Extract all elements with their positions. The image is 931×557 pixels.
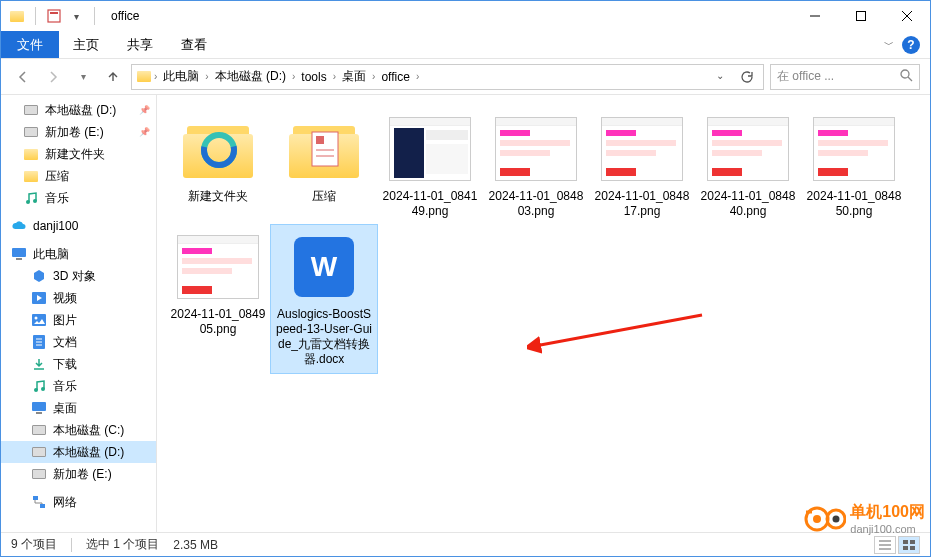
folder-icon bbox=[281, 113, 367, 185]
watermark: 单机100网 danji100.com bbox=[804, 502, 925, 535]
sidebar-item[interactable]: 文档 bbox=[1, 331, 156, 353]
tab-file[interactable]: 文件 bbox=[1, 31, 59, 58]
file-item[interactable]: 2024-11-01_084149.png bbox=[377, 107, 483, 225]
file-label: 压缩 bbox=[312, 189, 336, 204]
svg-rect-21 bbox=[32, 402, 46, 411]
disk-icon bbox=[31, 422, 47, 438]
svg-rect-3 bbox=[857, 12, 866, 21]
sidebar-item[interactable]: 视频 bbox=[1, 287, 156, 309]
svg-point-14 bbox=[35, 317, 38, 320]
sidebar-item[interactable]: 本地磁盘 (D:) bbox=[1, 99, 156, 121]
sidebar-item[interactable]: 下载 bbox=[1, 353, 156, 375]
pc-icon bbox=[11, 246, 27, 262]
sidebar-item-label: 本地磁盘 (C:) bbox=[53, 422, 124, 439]
maximize-button[interactable] bbox=[838, 1, 884, 31]
nav-forward-button[interactable] bbox=[41, 65, 65, 89]
sidebar-item[interactable]: 音乐 bbox=[1, 375, 156, 397]
sidebar-item[interactable]: 音乐 bbox=[1, 187, 156, 209]
breadcrumb-item[interactable]: office bbox=[377, 65, 413, 89]
sidebar-item-label: 新建文件夹 bbox=[45, 146, 105, 163]
file-label: 2024-11-01_084817.png bbox=[593, 189, 691, 219]
tab-share[interactable]: 共享 bbox=[113, 31, 167, 58]
sidebar-item[interactable]: 新加卷 (E:) bbox=[1, 121, 156, 143]
qat-dropdown-icon[interactable]: ▾ bbox=[68, 8, 84, 24]
sidebar-item[interactable]: 图片 bbox=[1, 309, 156, 331]
sidebar-item-network[interactable]: 网络 bbox=[1, 491, 156, 513]
svg-rect-11 bbox=[16, 258, 22, 260]
file-label: 2024-11-01_084149.png bbox=[381, 189, 479, 219]
qat-properties-icon[interactable] bbox=[46, 8, 62, 24]
sidebar-item-label: 新加卷 (E:) bbox=[45, 124, 104, 141]
window-title: office bbox=[105, 9, 139, 23]
sidebar-item[interactable]: 新建文件夹 bbox=[1, 143, 156, 165]
nav-back-button[interactable] bbox=[11, 65, 35, 89]
file-item[interactable]: WAuslogics-BoostSpeed-13-User-Guide_九雷文档… bbox=[271, 225, 377, 373]
docx-icon: W bbox=[281, 231, 367, 303]
svg-rect-24 bbox=[40, 504, 45, 508]
address-dropdown-icon[interactable]: ⌄ bbox=[709, 70, 731, 84]
minimize-button[interactable] bbox=[792, 1, 838, 31]
close-button[interactable] bbox=[884, 1, 930, 31]
file-item[interactable]: 2024-11-01_084817.png bbox=[589, 107, 695, 225]
breadcrumb-item[interactable]: 本地磁盘 (D:) bbox=[211, 65, 290, 89]
view-details-button[interactable] bbox=[874, 536, 896, 554]
svg-rect-37 bbox=[903, 546, 908, 550]
sidebar-item[interactable]: 本地磁盘 (D:) bbox=[1, 441, 156, 463]
sidebar-item[interactable]: 本地磁盘 (C:) bbox=[1, 419, 156, 441]
sidebar-item-label: 此电脑 bbox=[33, 246, 69, 263]
nav-history-dropdown[interactable]: ▾ bbox=[71, 65, 95, 89]
file-label: 新建文件夹 bbox=[188, 189, 248, 204]
svg-point-40 bbox=[813, 515, 821, 523]
sidebar-item-label: 下载 bbox=[53, 356, 77, 373]
ribbon-expand-icon[interactable]: ﹀ bbox=[884, 38, 894, 52]
sidebar-item-onedrive[interactable]: danji100 bbox=[1, 215, 156, 237]
sidebar-item[interactable]: 新加卷 (E:) bbox=[1, 463, 156, 485]
breadcrumb-item[interactable]: tools bbox=[297, 65, 330, 89]
disk-icon bbox=[23, 102, 39, 118]
video-icon bbox=[31, 290, 47, 306]
svg-point-9 bbox=[33, 199, 37, 203]
file-label: 2024-11-01_084905.png bbox=[169, 307, 267, 337]
file-item[interactable]: 新建文件夹 bbox=[165, 107, 271, 225]
svg-line-7 bbox=[908, 77, 912, 81]
nav-up-button[interactable] bbox=[101, 65, 125, 89]
address-bar[interactable]: › 此电脑› 本地磁盘 (D:)› tools› 桌面› office› ⌄ bbox=[131, 64, 764, 90]
breadcrumb-item[interactable]: 此电脑 bbox=[159, 65, 203, 89]
view-icons-button[interactable] bbox=[898, 536, 920, 554]
svg-rect-23 bbox=[33, 496, 38, 500]
file-list[interactable]: 新建文件夹压缩2024-11-01_084149.png2024-11-01_0… bbox=[157, 95, 930, 532]
sidebar-item[interactable]: 3D 对象 bbox=[1, 265, 156, 287]
sidebar-item-label: 图片 bbox=[53, 312, 77, 329]
watermark-logo-icon bbox=[804, 506, 846, 532]
svg-rect-35 bbox=[903, 540, 908, 544]
image-thumbnail bbox=[705, 113, 791, 185]
file-item[interactable]: 2024-11-01_084803.png bbox=[483, 107, 589, 225]
refresh-icon[interactable] bbox=[735, 70, 757, 84]
svg-rect-10 bbox=[12, 248, 26, 257]
file-item[interactable]: 2024-11-01_084840.png bbox=[695, 107, 801, 225]
sidebar-item-label: 音乐 bbox=[53, 378, 77, 395]
svg-rect-13 bbox=[32, 314, 46, 326]
sidebar-item-label: 音乐 bbox=[45, 190, 69, 207]
breadcrumb-item[interactable]: 桌面 bbox=[338, 65, 370, 89]
cloud-icon bbox=[11, 218, 27, 234]
sidebar-item-label: 视频 bbox=[53, 290, 77, 307]
sidebar-item-label: 桌面 bbox=[53, 400, 77, 417]
image-thumbnail bbox=[175, 231, 261, 303]
music-icon bbox=[23, 190, 39, 206]
svg-point-20 bbox=[41, 387, 45, 391]
file-item[interactable]: 2024-11-01_084850.png bbox=[801, 107, 907, 225]
sidebar-item[interactable]: 桌面 bbox=[1, 397, 156, 419]
tab-home[interactable]: 主页 bbox=[59, 31, 113, 58]
disk-icon bbox=[31, 444, 47, 460]
help-icon[interactable]: ? bbox=[902, 36, 920, 54]
file-item[interactable]: 2024-11-01_084905.png bbox=[165, 225, 271, 373]
nav-toolbar: ▾ › 此电脑› 本地磁盘 (D:)› tools› 桌面› office› ⌄… bbox=[1, 59, 930, 95]
file-item[interactable]: 压缩 bbox=[271, 107, 377, 225]
sidebar-item[interactable]: 压缩 bbox=[1, 165, 156, 187]
tab-view[interactable]: 查看 bbox=[167, 31, 221, 58]
search-input[interactable]: 在 office ... bbox=[770, 64, 920, 90]
sidebar-item-this-pc[interactable]: 此电脑 bbox=[1, 243, 156, 265]
navigation-pane[interactable]: 本地磁盘 (D:)新加卷 (E:)新建文件夹压缩音乐 danji100 此电脑 … bbox=[1, 95, 157, 532]
sidebar-item-label: 本地磁盘 (D:) bbox=[45, 102, 116, 119]
